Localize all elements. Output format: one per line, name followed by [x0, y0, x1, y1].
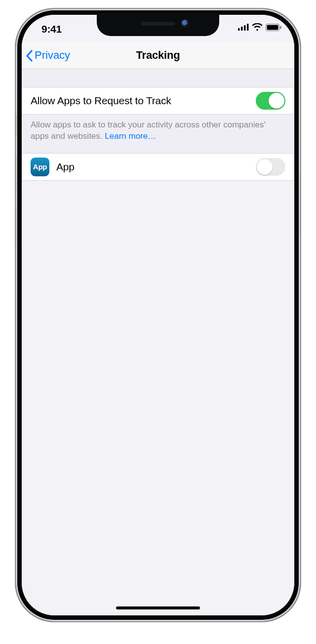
- front-camera: [182, 20, 189, 27]
- speaker-grill: [141, 22, 175, 26]
- svg-rect-2: [244, 25, 246, 31]
- back-label: Privacy: [35, 49, 70, 62]
- content-area: Allow Apps to Request to Track Allow app…: [22, 69, 294, 181]
- volume-down-button: [16, 205, 16, 247]
- app-tracking-toggle[interactable]: [256, 158, 285, 176]
- allow-tracking-toggle[interactable]: [256, 92, 285, 110]
- battery-icon: [266, 24, 281, 31]
- app-row: App App: [22, 153, 294, 181]
- svg-rect-0: [238, 28, 240, 31]
- home-indicator[interactable]: [116, 606, 200, 609]
- chevron-left-icon: [26, 49, 34, 62]
- silent-switch: [16, 115, 17, 136]
- phone-frame: 9:41: [16, 9, 300, 621]
- back-button[interactable]: Privacy: [26, 41, 70, 69]
- status-time: 9:41: [41, 23, 62, 35]
- screen-bezel: 9:41: [22, 15, 294, 615]
- status-right-cluster: [238, 23, 281, 31]
- cellular-icon: [238, 24, 249, 31]
- screen: 9:41: [22, 15, 294, 615]
- svg-rect-3: [247, 24, 249, 31]
- volume-up-button: [16, 155, 16, 197]
- allow-tracking-row: Allow Apps to Request to Track: [22, 87, 294, 115]
- allow-tracking-label: Allow Apps to Request to Track: [31, 95, 249, 107]
- tracking-footer: Allow apps to ask to track your activity…: [22, 115, 294, 153]
- app-icon: App: [31, 158, 49, 176]
- side-button: [300, 172, 300, 236]
- svg-rect-6: [280, 26, 281, 29]
- wifi-icon: [252, 23, 263, 31]
- svg-rect-5: [267, 25, 278, 30]
- app-name: App: [56, 161, 249, 173]
- notch: [98, 15, 218, 35]
- learn-more-link[interactable]: Learn more…: [105, 131, 156, 141]
- page-title: Tracking: [136, 49, 180, 62]
- navigation-bar: Privacy Tracking: [22, 41, 294, 69]
- svg-rect-1: [241, 27, 243, 31]
